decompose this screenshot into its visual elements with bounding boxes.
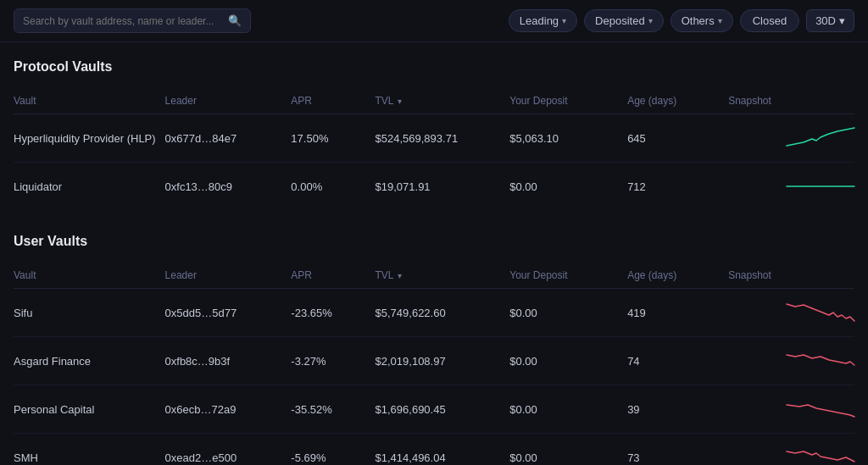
vault-apr: -35.52%	[291, 385, 375, 434]
others-filter-button[interactable]: Others ▾	[670, 9, 733, 32]
closed-button[interactable]: Closed	[740, 9, 799, 32]
vault-leader: 0xfb8c…9b3f	[165, 337, 292, 385]
top-bar: 🔍 Leading ▾ Deposited ▾ Others ▾ Closed …	[0, 0, 868, 42]
protocol-vaults-title: Protocol Vaults	[14, 59, 854, 75]
vault-age: 39	[627, 385, 728, 434]
vault-name: Asgard Finance	[14, 337, 165, 385]
vault-tvl: $1,696,690.45	[376, 385, 510, 434]
deposited-label: Deposited	[595, 14, 645, 27]
protocol-col-age: Age (days)	[627, 88, 728, 114]
protocol-col-tvl[interactable]: TVL ▾	[376, 88, 510, 114]
period-label: 30D	[815, 14, 836, 27]
protocol-col-deposit: Your Deposit	[509, 88, 627, 114]
vault-snapshot	[728, 289, 854, 337]
vault-tvl: $19,071.91	[376, 163, 510, 211]
vault-deposit: $0.00	[509, 385, 627, 434]
vault-tvl: $5,749,622.60	[376, 289, 510, 337]
sparkline-chart	[728, 445, 854, 465]
search-input[interactable]	[23, 15, 223, 27]
protocol-vaults-table: Vault Leader APR TVL ▾ Your Deposit Age …	[14, 88, 854, 210]
vault-name: Personal Capital	[14, 385, 165, 434]
vault-snapshot	[728, 114, 854, 163]
vault-tvl: $1,414,496.04	[376, 434, 510, 466]
vault-tvl: $524,569,893.71	[376, 114, 510, 163]
vault-name: SMH	[14, 434, 165, 466]
user-vaults-section: User Vaults Vault Leader APR TVL ▾ Your …	[14, 234, 854, 465]
vault-deposit: $0.00	[509, 163, 627, 211]
vault-apr: 17.50%	[291, 114, 375, 163]
sparkline-chart	[728, 300, 854, 325]
vault-leader: 0xead2…e500	[165, 434, 292, 466]
vault-age: 74	[627, 337, 728, 385]
user-col-leader: Leader	[165, 263, 292, 289]
vault-name: Sifu	[14, 289, 165, 337]
vault-age: 645	[627, 114, 728, 163]
user-col-apr: APR	[291, 263, 375, 289]
deposited-filter-button[interactable]: Deposited ▾	[584, 9, 664, 32]
period-chevron-icon: ▾	[839, 14, 845, 27]
vault-age: 712	[627, 163, 728, 211]
table-row: Liquidator 0xfc13…80c9 0.00% $19,071.91 …	[14, 163, 854, 211]
vault-apr: 0.00%	[291, 163, 375, 211]
user-col-tvl[interactable]: TVL ▾	[376, 263, 510, 289]
vault-age: 419	[627, 289, 728, 337]
vault-tvl: $2,019,108.97	[376, 337, 510, 385]
search-icon: 🔍	[228, 14, 242, 27]
main-content: Protocol Vaults Vault Leader APR TVL ▾ Y…	[0, 42, 868, 465]
vault-snapshot	[728, 337, 854, 385]
vault-deposit: $0.00	[509, 289, 627, 337]
vault-apr: -3.27%	[291, 337, 375, 385]
deposited-chevron-icon: ▾	[648, 16, 653, 25]
sparkline-chart	[728, 396, 854, 422]
vault-leader: 0x6ecb…72a9	[165, 385, 292, 434]
vault-apr: -5.69%	[291, 434, 375, 466]
vault-snapshot	[728, 163, 854, 211]
search-container: 🔍	[14, 8, 251, 33]
sparkline-chart	[728, 125, 854, 151]
vault-leader: 0x5dd5…5d77	[165, 289, 292, 337]
protocol-col-snapshot: Snapshot	[728, 88, 854, 114]
vault-deposit: $0.00	[509, 337, 627, 385]
user-table-header-row: Vault Leader APR TVL ▾ Your Deposit Age …	[14, 263, 854, 289]
protocol-col-leader: Leader	[165, 88, 292, 114]
vault-deposit: $0.00	[509, 434, 627, 466]
sparkline-chart	[728, 348, 854, 374]
user-col-snapshot: Snapshot	[728, 263, 854, 289]
vault-name: Hyperliquidity Provider (HLP)	[14, 114, 165, 163]
vault-leader: 0xfc13…80c9	[165, 163, 292, 211]
vault-leader: 0x677d…84e7	[165, 114, 292, 163]
table-row: Asgard Finance 0xfb8c…9b3f -3.27% $2,019…	[14, 337, 854, 385]
table-row: Hyperliquidity Provider (HLP) 0x677d…84e…	[14, 114, 854, 163]
user-col-deposit: Your Deposit	[509, 263, 627, 289]
vault-apr: -23.65%	[291, 289, 375, 337]
table-row: SMH 0xead2…e500 -5.69% $1,414,496.04 $0.…	[14, 434, 854, 466]
user-col-age: Age (days)	[627, 263, 728, 289]
user-vaults-title: User Vaults	[14, 234, 854, 249]
sparkline-chart	[728, 174, 854, 199]
protocol-vaults-section: Protocol Vaults Vault Leader APR TVL ▾ Y…	[14, 59, 854, 210]
tvl-sort-icon: ▾	[398, 97, 402, 106]
leading-chevron-icon: ▾	[562, 16, 566, 25]
filter-group: Leading ▾ Deposited ▾ Others ▾ Closed 30…	[509, 9, 854, 32]
user-tvl-sort-icon: ▾	[398, 271, 402, 280]
leading-label: Leading	[520, 14, 559, 27]
protocol-col-vault: Vault	[14, 88, 165, 114]
others-chevron-icon: ▾	[718, 16, 722, 25]
leading-filter-button[interactable]: Leading ▾	[509, 9, 577, 32]
vault-name: Liquidator	[14, 163, 165, 211]
table-row: Sifu 0x5dd5…5d77 -23.65% $5,749,622.60 $…	[14, 289, 854, 337]
user-vaults-table: Vault Leader APR TVL ▾ Your Deposit Age …	[14, 263, 854, 465]
period-button[interactable]: 30D ▾	[806, 9, 854, 32]
protocol-table-header-row: Vault Leader APR TVL ▾ Your Deposit Age …	[14, 88, 854, 114]
vault-snapshot	[728, 385, 854, 434]
closed-label: Closed	[753, 14, 787, 27]
vault-age: 73	[627, 434, 728, 466]
vault-snapshot	[728, 434, 854, 466]
others-label: Others	[682, 14, 715, 27]
user-col-vault: Vault	[14, 263, 165, 289]
vault-deposit: $5,063.10	[509, 114, 627, 163]
protocol-col-apr: APR	[291, 88, 375, 114]
table-row: Personal Capital 0x6ecb…72a9 -35.52% $1,…	[14, 385, 854, 434]
